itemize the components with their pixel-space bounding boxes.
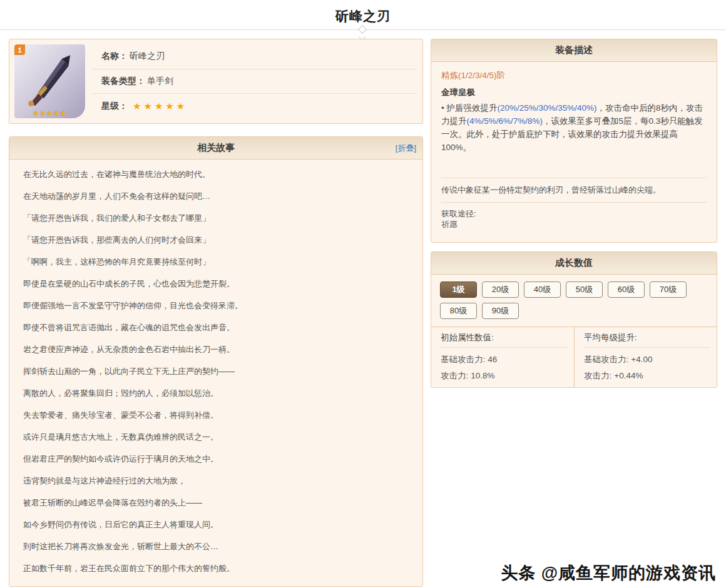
level-button-70[interactable]: 70级 (650, 281, 687, 298)
story-line: 在无比久远的过去，在诸神与魔兽统治大地的时代。 (23, 170, 409, 179)
story-line: 岩之君便应声神迹，从无杂质的金色石岩中抽出长刀一柄。 (23, 345, 409, 354)
icon-star-rating: ★★★★★ (14, 109, 85, 118)
story-line: 如今乡野间仍有传说，日后它的真正主人将重现人间。 (23, 520, 409, 529)
skill-name: 金璋皇极 (441, 87, 707, 98)
growth-table: 初始属性数值: 基础攻击力:46 攻击力:10.8% 平均每级提升: 基础攻击力… (431, 327, 717, 388)
left-column: 1 ★★★★★ 名称： 斫峰之刃 装备类型： 单手剑 (9, 39, 423, 587)
sword-icon (21, 49, 78, 107)
refinement-label: 精炼(1/2/3/4/5)阶 (441, 70, 707, 81)
per-level-header: 平均每级提升: (584, 327, 710, 348)
growth-panel-header: 成长数值 (431, 252, 717, 275)
per-level-column: 平均每级提升: 基础攻击力:+4.00 攻击力:+0.44% (574, 327, 717, 388)
weapon-icon: 1 ★★★★★ (14, 44, 85, 118)
story-line: 在天地动荡的岁月里，人们不免会有这样的疑问吧… (23, 192, 409, 201)
equip-panel-header: 装备描述 (431, 39, 717, 62)
stat-value: +0.44% (614, 371, 643, 380)
divider-diamond-ornament (358, 25, 367, 34)
story-line: 到时这把长刀将再次焕发金光，斩断世上最大的不公… (23, 542, 409, 551)
story-line: 挥剑斩去山巅的一角，以此向子民立下无上庄严的契约—— (23, 367, 409, 376)
level-button-40[interactable]: 40级 (524, 281, 561, 298)
stat-label: 攻击力: (584, 371, 611, 380)
level-button-20[interactable]: 20级 (482, 281, 519, 298)
flavor-section: 传说中象征某一份特定契约的利刃，曾经斩落过山峰的尖端。 (441, 178, 707, 203)
story-line: 即使不曾将诅咒言语抛出，藏在心魂的诅咒也会发出声音。 (23, 323, 409, 332)
desc-segment: 护盾强效提升 (446, 103, 497, 113)
story-panel-header: 相关故事 [折叠] (9, 137, 422, 160)
acquire-value: 祈愿 (441, 219, 707, 230)
level-button-60[interactable]: 60级 (608, 281, 645, 298)
story-panel-title: 相关故事 (197, 142, 235, 154)
field-type-value: 单手剑 (147, 76, 173, 87)
level-button-50[interactable]: 50级 (566, 281, 603, 298)
field-rarity-label: 星级： (101, 101, 128, 112)
table-row: 基础攻击力:+4.00 (584, 352, 710, 368)
story-line: 离散的人，必将聚集回归；毁约的人，必须加以惩治。 (23, 389, 409, 398)
story-line: 被君王斩断的山峰迟早会降落在毁约者的头上—— (23, 499, 409, 507)
level-button-80[interactable]: 80级 (440, 303, 477, 319)
story-line: 违背契约就是与这片神迹经行过的大地为敌， (23, 477, 409, 485)
stat-label: 基础攻击力: (584, 355, 628, 364)
story-line: 即使是在坚硬的山石中成长的子民，心也会因为悲楚开裂。 (23, 280, 409, 288)
table-row: 攻击力:10.8% (441, 368, 568, 384)
story-line: 或许只是璃月悠古大地上，无数真伪难辨的民话之一。 (23, 433, 409, 442)
acquire-label: 获取途径: (441, 208, 707, 219)
growth-stats-panel: 成长数值 1级 20级 40级 50级 60级 70级 80级 90级 初始属性… (431, 251, 717, 388)
equip-panel-title: 装备描述 (555, 44, 593, 56)
story-line: 失去挚爱者、痛失珍宝者、蒙受不公者，将得到补偿。 (23, 411, 409, 420)
growth-panel-title: 成长数值 (555, 257, 593, 269)
table-row: 基础攻击力:46 (441, 352, 568, 368)
desc-segment-values: (20%/25%/30%/35%/40%) (497, 103, 596, 113)
level-button-1[interactable]: 1级 (440, 281, 477, 298)
field-type-label: 装备类型： (101, 76, 145, 87)
collapse-link[interactable]: [折叠] (396, 137, 416, 160)
desc-segment-values: (4%/5%/6%/7%/8%) (467, 116, 543, 126)
stat-label: 攻击力: (441, 371, 468, 380)
page-title: 斫峰之刃 (0, 0, 726, 25)
equip-desc-panel: 装备描述 精炼(1/2/3/4/5)阶 金璋皇极 • 护盾强效提升(20%/25… (431, 39, 717, 243)
initial-stats-header: 初始属性数值: (441, 327, 568, 348)
acquire-section: 获取途径: 祈愿 (441, 203, 707, 230)
rank-badge: 1 (14, 44, 25, 55)
story-panel: 相关故事 [折叠] 在无比久远的过去，在诸神与魔兽统治大地的时代。 在天地动荡的… (9, 136, 423, 587)
page: 斫峰之刃 1 ★★★★★ 名称： 斫峰之 (0, 0, 726, 25)
field-name-label: 名称： (101, 51, 128, 62)
initial-stats-column: 初始属性数值: 基础攻击力:46 攻击力:10.8% (431, 327, 574, 388)
level-button-90[interactable]: 90级 (482, 303, 519, 319)
story-line: 即便倔强地一言不发坚守守护神的信仰，目光也会变得呆滞。 (23, 302, 409, 310)
story-body: 在无比久远的过去，在诸神与魔兽统治大地的时代。 在天地动荡的岁月里，人们不免会有… (9, 160, 422, 573)
field-name-value: 斫峰之刃 (130, 51, 165, 62)
table-row: 攻击力:+0.44% (584, 368, 710, 384)
equip-body: 精炼(1/2/3/4/5)阶 金璋皇极 • 护盾强效提升(20%/25%/30%… (431, 62, 717, 230)
watermark: 头条 @咸鱼军师的游戏资讯 (501, 562, 716, 584)
weapon-fields: 名称： 斫峰之刃 装备类型： 单手剑 星级： ★★★★★ (91, 44, 417, 118)
skill-description: • 护盾强效提升(20%/25%/30%/35%/40%)，攻击命中后的8秒内，… (441, 101, 707, 154)
stat-value: 10.8% (471, 371, 494, 380)
field-rarity: 星级： ★★★★★ (91, 94, 417, 118)
flavor-text: 传说中象征某一份特定契约的利刃，曾经斩落过山峰的尖端。 (441, 185, 707, 196)
stat-label: 基础攻击力: (441, 355, 485, 364)
level-button-group: 1级 20级 40级 50级 60级 70级 80级 90级 (431, 275, 717, 323)
weapon-info-card: 1 ★★★★★ 名称： 斫峰之刃 装备类型： 单手剑 (9, 39, 423, 124)
stat-value: +4.00 (631, 355, 652, 364)
right-column: 装备描述 精炼(1/2/3/4/5)阶 金璋皇极 • 护盾强效提升(20%/25… (431, 39, 717, 388)
story-line: 「请您开恩告诉我，我们的爱人和子女都去了哪里」 (23, 214, 409, 223)
field-type: 装备类型： 单手剑 (91, 69, 417, 94)
stat-value: 46 (488, 355, 497, 364)
field-name: 名称： 斫峰之刃 (91, 44, 417, 69)
field-rarity-stars: ★★★★★ (133, 101, 187, 112)
story-line: 正如数千年前，岩王在民众面前立下的那个伟大的誓约般。 (23, 564, 409, 573)
story-line: 但岩君庄严的契约如今或许仍运行于璃月的天地之中。 (23, 455, 409, 464)
story-line: 「请您开恩告诉我，那些离去的人们何时才会回来」 (23, 236, 409, 245)
title-divider (0, 29, 726, 30)
story-line: 「啊啊，我主，这样恐怖的年月究竟要持续至何时」 (23, 258, 409, 266)
